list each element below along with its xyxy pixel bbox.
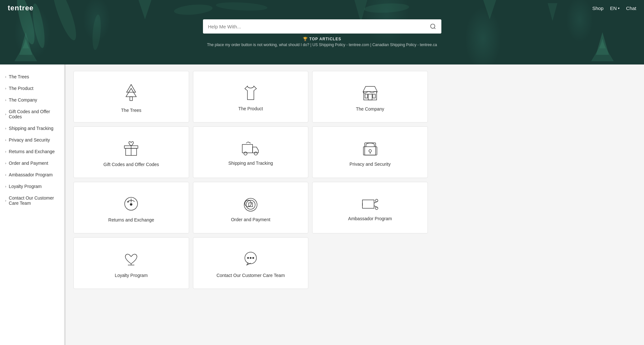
sidebar-item-label: Gift Codes and Offer Codes [9, 109, 59, 119]
card-label: The Company [356, 106, 384, 112]
svg-rect-32 [363, 147, 377, 155]
category-card-returns-exchange[interactable]: Returns and Exchange [73, 182, 189, 233]
grid-area: The Trees The Product The Company Gift C… [66, 64, 644, 345]
loyalty-icon [123, 251, 139, 268]
tree-icon [123, 83, 139, 103]
gift-icon [123, 140, 139, 157]
search-input[interactable] [203, 19, 425, 34]
sidebar-item-label: The Product [9, 86, 33, 91]
svg-point-45 [375, 207, 378, 210]
sidebar-item-returns-and-exchange[interactable]: ›Returns and Exchange [0, 146, 64, 157]
card-label: The Product [238, 106, 263, 111]
svg-point-17 [430, 24, 435, 28]
sidebar-item-label: Shipping and Tracking [9, 126, 53, 131]
chevron-right-icon: › [5, 75, 6, 79]
sidebar-item-label: Loyalty Program [9, 184, 42, 189]
svg-rect-25 [373, 94, 375, 98]
svg-point-44 [375, 199, 378, 202]
category-card-shipping-tracking[interactable]: Shipping and Tracking [193, 126, 309, 178]
card-label: Privacy and Security [350, 162, 391, 167]
privacy-icon [362, 140, 378, 156]
category-card-gift-codes[interactable]: Gift Codes and Offer Codes [73, 126, 189, 178]
nav-right: Shop EN ▾ Chat [592, 5, 636, 11]
chevron-right-icon: › [5, 113, 6, 116]
svg-marker-20 [126, 88, 136, 97]
store-icon [362, 84, 379, 101]
shop-link[interactable]: Shop [592, 5, 603, 11]
chevron-right-icon: › [5, 87, 6, 90]
chevron-right-icon: › [5, 162, 6, 165]
logo[interactable]: tentree [8, 4, 34, 12]
main-container: ›The Trees›The Product›The Company›Gift … [0, 64, 644, 345]
search-area: 🏆 TOP ARTICLES The place my order button… [0, 19, 644, 47]
card-label: The Trees [121, 108, 141, 113]
top-nav: tentree Shop EN ▾ Chat [0, 0, 644, 16]
svg-rect-24 [365, 94, 368, 98]
svg-rect-21 [130, 97, 132, 101]
card-label: Loyalty Program [115, 273, 148, 278]
payment-icon [242, 196, 260, 212]
sidebar-item-shipping-and-tracking[interactable]: ›Shipping and Tracking [0, 123, 64, 134]
top-articles-title: 🏆 TOP ARTICLES [207, 37, 437, 41]
language-selector[interactable]: EN ▾ [610, 5, 620, 11]
search-bar [203, 19, 441, 34]
chevron-right-icon: › [5, 150, 6, 153]
lang-label: EN [610, 5, 617, 11]
card-label: Gift Codes and Offer Codes [103, 162, 159, 167]
sidebar-item-label: Ambassador Program [9, 172, 53, 177]
category-card-privacy-security[interactable]: Privacy and Security [312, 126, 428, 178]
top-articles-links: The place my order button is not working… [207, 43, 437, 47]
category-card-order-payment[interactable]: Order and Payment [193, 182, 309, 233]
sidebar-item-the-trees[interactable]: ›The Trees [0, 71, 64, 83]
card-label: Shipping and Tracking [228, 161, 273, 166]
svg-point-51 [250, 257, 251, 259]
chevron-right-icon: › [5, 199, 6, 202]
chevron-down-icon: ▾ [618, 6, 620, 10]
svg-point-37 [130, 203, 132, 205]
card-label: Contact Our Customer Care Team [216, 273, 285, 278]
chevron-right-icon: › [5, 98, 6, 102]
card-label: Ambassador Program [348, 216, 392, 221]
sidebar-item-contact-our-customer-care-team[interactable]: ›Contact Our Customer Care Team [0, 192, 64, 209]
svg-point-50 [247, 257, 249, 259]
returns-icon [123, 195, 139, 212]
chat-icon [242, 251, 259, 268]
sidebar-item-label: Returns and Exchange [9, 149, 54, 154]
sidebar-item-the-product[interactable]: ›The Product [0, 83, 64, 94]
search-button[interactable] [425, 19, 441, 34]
svg-point-31 [254, 152, 257, 155]
chevron-right-icon: › [5, 127, 6, 130]
header: tentree Shop EN ▾ Chat 🏆 TOP ARTICLES Th… [0, 0, 644, 64]
category-card-ambassador-program[interactable]: Ambassador Program [312, 182, 428, 233]
svg-point-30 [244, 152, 247, 155]
chat-link[interactable]: Chat [626, 5, 636, 11]
sidebar-item-label: Privacy and Security [9, 137, 50, 143]
sidebar-item-label: The Company [9, 97, 37, 103]
category-card-the-product[interactable]: The Product [193, 71, 309, 123]
ambassador-icon [361, 197, 379, 211]
sidebar-item-order-and-payment[interactable]: ›Order and Payment [0, 157, 64, 169]
sidebar-item-label: The Trees [9, 74, 29, 79]
sidebar-item-ambassador-program[interactable]: ›Ambassador Program [0, 169, 64, 181]
svg-point-33 [369, 150, 371, 152]
sidebar: ›The Trees›The Product›The Company›Gift … [0, 64, 64, 345]
chevron-right-icon: › [5, 185, 6, 188]
svg-point-52 [253, 257, 254, 259]
category-card-loyalty-program[interactable]: Loyalty Program [73, 237, 189, 289]
card-label: Order and Payment [231, 217, 270, 222]
tshirt-icon [242, 85, 260, 101]
sidebar-item-privacy-and-security[interactable]: ›Privacy and Security [0, 134, 64, 146]
sidebar-item-label: Order and Payment [9, 161, 48, 166]
top-articles: 🏆 TOP ARTICLES The place my order button… [207, 37, 437, 47]
sidebar-item-the-company[interactable]: ›The Company [0, 94, 64, 106]
category-card-contact-care[interactable]: Contact Our Customer Care Team [193, 237, 309, 289]
svg-rect-29 [242, 144, 253, 153]
sidebar-item-gift-codes-and-offer-codes[interactable]: ›Gift Codes and Offer Codes [0, 106, 64, 123]
card-label: Returns and Exchange [108, 217, 154, 222]
category-card-the-trees[interactable]: The Trees [73, 71, 189, 123]
shipping-icon [242, 141, 260, 155]
sidebar-item-loyalty-program[interactable]: ›Loyalty Program [0, 181, 64, 192]
category-card-the-company[interactable]: The Company [312, 71, 428, 123]
chevron-right-icon: › [5, 138, 6, 142]
svg-line-18 [434, 28, 435, 29]
